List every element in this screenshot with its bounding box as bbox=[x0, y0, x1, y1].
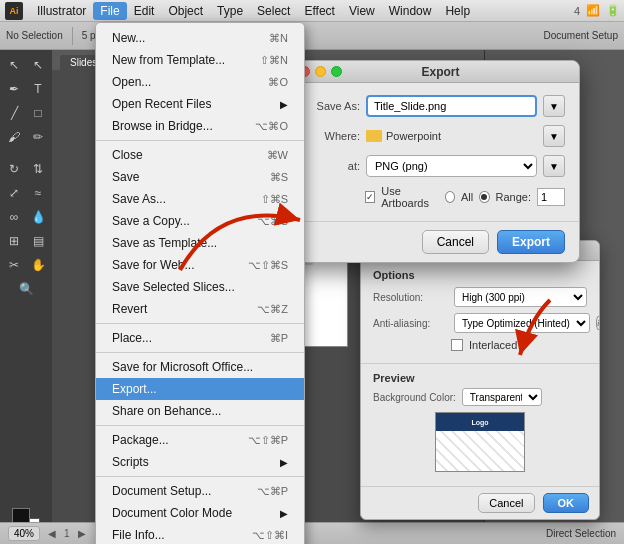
menu-place[interactable]: Place... ⌘P bbox=[96, 327, 304, 349]
menu-doc-setup[interactable]: Document Setup... ⌥⌘P bbox=[96, 480, 304, 502]
preview-slide: Logo bbox=[435, 412, 525, 472]
range-radio[interactable] bbox=[479, 191, 489, 203]
zoom-display[interactable]: 40% bbox=[8, 526, 40, 541]
menu-save-office[interactable]: Save for Microsoft Office... bbox=[96, 356, 304, 378]
resolution-select[interactable]: High (300 ppi) Medium (150 ppi) Screen (… bbox=[454, 287, 587, 307]
tool-group-scissors: ✂ ✋ bbox=[3, 254, 49, 276]
folder-img bbox=[366, 130, 382, 142]
all-radio[interactable] bbox=[445, 191, 455, 203]
use-artboards-checkbox[interactable]: ✓ bbox=[365, 191, 375, 203]
menu-package[interactable]: Package... ⌥⇧⌘P bbox=[96, 429, 304, 451]
scissors-tool[interactable]: ✂ bbox=[3, 254, 25, 276]
menu-revert[interactable]: Revert ⌥⌘Z bbox=[96, 298, 304, 320]
range-input[interactable] bbox=[537, 188, 565, 206]
menu-sep-2 bbox=[96, 323, 304, 324]
clock-icon: 🔋 bbox=[606, 4, 620, 17]
type-tool[interactable]: T bbox=[27, 78, 49, 100]
menu-file-info[interactable]: File Info... ⌥⇧⌘I bbox=[96, 524, 304, 544]
menu-illustrator[interactable]: Illustrator bbox=[30, 2, 93, 20]
tool-group-line: ╱ □ bbox=[3, 102, 49, 124]
line-tool[interactable]: ╱ bbox=[3, 102, 25, 124]
menu-close[interactable]: Close ⌘W bbox=[96, 144, 304, 166]
menu-export[interactable]: Export... bbox=[96, 378, 304, 400]
menu-file[interactable]: File bbox=[93, 2, 126, 20]
tool-group-paint: 🖌 ✏ bbox=[3, 126, 49, 148]
tool-group-mesh: ⊞ ▤ bbox=[3, 230, 49, 252]
selection-label: No Selection bbox=[6, 30, 63, 41]
interlaced-checkbox[interactable] bbox=[451, 339, 463, 351]
rotate-tool[interactable]: ↻ bbox=[3, 158, 25, 180]
direct-select-tool[interactable]: ↖ bbox=[27, 54, 49, 76]
format-select[interactable]: PNG (png) JPEG (jpg) TIFF (tif) bbox=[366, 155, 537, 177]
scale-tool[interactable]: ⤢ bbox=[3, 182, 25, 204]
zoom-tool[interactable]: 🔍 bbox=[15, 278, 37, 300]
min-traffic-light[interactable] bbox=[315, 66, 326, 77]
menu-new[interactable]: New... ⌘N bbox=[96, 27, 304, 49]
menu-doc-color[interactable]: Document Color Mode ▶ bbox=[96, 502, 304, 524]
export-dialog-title: Export bbox=[350, 65, 531, 79]
all-label: All bbox=[461, 191, 473, 203]
menu-save[interactable]: Save ⌘S bbox=[96, 166, 304, 188]
cancel-button[interactable]: Cancel bbox=[422, 230, 489, 254]
menu-type[interactable]: Type bbox=[210, 2, 250, 20]
save-as-input[interactable] bbox=[366, 95, 537, 117]
blend-tool[interactable]: ∞ bbox=[3, 206, 25, 228]
reflect-tool[interactable]: ⇅ bbox=[27, 158, 49, 180]
menu-open-recent[interactable]: Open Recent Files ▶ bbox=[96, 93, 304, 115]
selection-tool[interactable]: ↖ bbox=[3, 54, 25, 76]
anti-alias-label: Anti-aliasing: bbox=[373, 318, 448, 329]
eyedrop-tool[interactable]: 💧 bbox=[27, 206, 49, 228]
file-dropdown-menu: New... ⌘N New from Template... ⇧⌘N Open.… bbox=[95, 22, 305, 544]
paintbrush-tool[interactable]: 🖌 bbox=[3, 126, 25, 148]
menu-open[interactable]: Open... ⌘O bbox=[96, 71, 304, 93]
warp-tool[interactable]: ≈ bbox=[27, 182, 49, 204]
menu-save-slices[interactable]: Save Selected Slices... bbox=[96, 276, 304, 298]
pencil-tool[interactable]: ✏ bbox=[27, 126, 49, 148]
preview-bg-label: Background Color: bbox=[373, 392, 456, 403]
preview-bg-select[interactable]: Transparent White Black bbox=[462, 388, 542, 406]
menu-save-copy[interactable]: Save a Copy... ⌥⌘S bbox=[96, 210, 304, 232]
artboards-row: ✓ Use Artboards All Range: bbox=[365, 185, 565, 209]
where-dropdown[interactable]: ▼ bbox=[543, 125, 565, 147]
save-as-dropdown[interactable]: ▼ bbox=[543, 95, 565, 117]
preview-slide-body bbox=[436, 431, 524, 472]
menu-save-template[interactable]: Save as Template... bbox=[96, 232, 304, 254]
menu-edit[interactable]: Edit bbox=[127, 2, 162, 20]
toolbar-sep-1 bbox=[72, 27, 73, 45]
preview-section: Preview Background Color: Transparent Wh… bbox=[361, 368, 599, 486]
menu-window[interactable]: Window bbox=[382, 2, 439, 20]
png-options-title: Options bbox=[373, 269, 587, 281]
menu-view[interactable]: View bbox=[342, 2, 382, 20]
max-traffic-light[interactable] bbox=[331, 66, 342, 77]
menu-save-web[interactable]: Save for Web... ⌥⇧⌘S bbox=[96, 254, 304, 276]
preview-title: Preview bbox=[373, 372, 587, 384]
doc-setup-label[interactable]: Document Setup bbox=[544, 30, 619, 41]
toolbar: No Selection 5 pt. Round Opacity: 100% S… bbox=[0, 22, 624, 50]
info-icon[interactable]: i bbox=[596, 316, 600, 330]
anti-alias-select[interactable]: Type Optimized (Hinted) Art Optimized No… bbox=[454, 313, 590, 333]
preview-slide-header: Logo bbox=[436, 413, 524, 431]
app-logo: Ai bbox=[4, 1, 24, 21]
menu-effect[interactable]: Effect bbox=[297, 2, 341, 20]
menu-share-behance[interactable]: Share on Behance... bbox=[96, 400, 304, 422]
menu-help[interactable]: Help bbox=[438, 2, 477, 20]
gradient-tool[interactable]: ▤ bbox=[27, 230, 49, 252]
nav-prev[interactable]: ◀ bbox=[48, 528, 56, 539]
format-label: at: bbox=[305, 160, 360, 172]
resolution-row: Resolution: High (300 ppi) Medium (150 p… bbox=[373, 287, 587, 307]
menu-scripts[interactable]: Scripts ▶ bbox=[96, 451, 304, 473]
format-dropdown[interactable]: ▼ bbox=[543, 155, 565, 177]
menu-new-template[interactable]: New from Template... ⇧⌘N bbox=[96, 49, 304, 71]
png-ok-button[interactable]: OK bbox=[543, 493, 590, 513]
mesh-tool[interactable]: ⊞ bbox=[3, 230, 25, 252]
hand-tool[interactable]: ✋ bbox=[27, 254, 49, 276]
menu-browse-bridge[interactable]: Browse in Bridge... ⌥⌘O bbox=[96, 115, 304, 137]
export-button[interactable]: Export bbox=[497, 230, 565, 254]
png-cancel-button[interactable]: Cancel bbox=[478, 493, 534, 513]
rect-tool[interactable]: □ bbox=[27, 102, 49, 124]
pen-tool[interactable]: ✒ bbox=[3, 78, 25, 100]
menu-select[interactable]: Select bbox=[250, 2, 297, 20]
menu-object[interactable]: Object bbox=[161, 2, 210, 20]
menu-save-as[interactable]: Save As... ⇧⌘S bbox=[96, 188, 304, 210]
nav-next[interactable]: ▶ bbox=[78, 528, 86, 539]
